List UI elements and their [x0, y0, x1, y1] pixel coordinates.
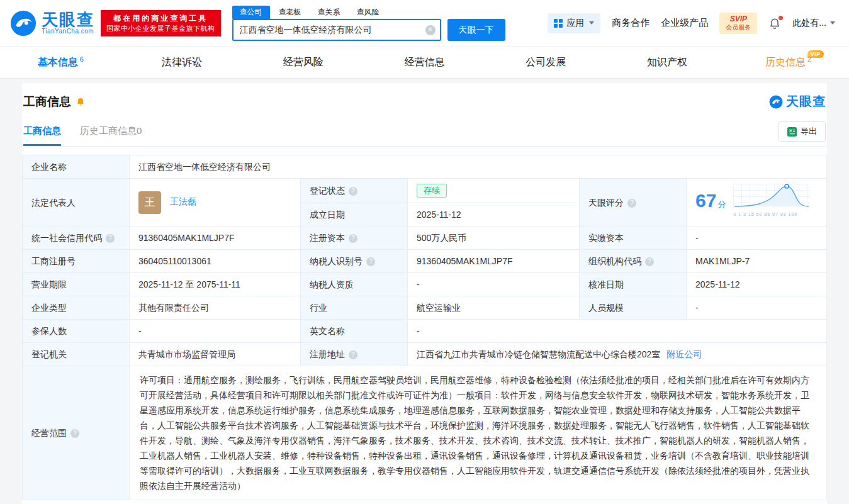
legal-rep-avatar[interactable]: 王 [138, 191, 161, 214]
reg-authority-label: 登记机关 [23, 343, 130, 366]
tab-operation-risk[interactable]: 经营风险 [242, 47, 364, 78]
table-row: 经营范围? 许可项目：通用航空服务，测绘服务，飞行训练，民用航空器驾驶员培训，民… [23, 366, 827, 500]
subtab-history-business-info[interactable]: 历史工商信息0 [80, 125, 142, 146]
help-icon[interactable]: ? [627, 199, 636, 208]
apps-label: 应用 [566, 18, 584, 29]
reg-number-label: 工商注册号 [23, 250, 130, 273]
business-scope-label: 经营范围? [23, 366, 130, 500]
tab-count-badge: 2 [807, 55, 811, 63]
reg-status-label: 登记状态? [301, 179, 408, 203]
search-input[interactable] [232, 19, 441, 41]
user-account-menu[interactable]: 此处有... [792, 18, 835, 29]
credit-code-value: 91360405MAK1MLJP7F [130, 227, 301, 250]
apps-menu-button[interactable]: 应用 [548, 13, 600, 33]
tianyancha-logo-icon [10, 10, 37, 36]
help-icon[interactable]: ? [645, 257, 654, 266]
industry-label: 行业 [301, 296, 408, 320]
tab-count-badge: 6 [80, 55, 84, 63]
help-icon[interactable]: ? [349, 234, 357, 243]
insured-count-value: - [130, 320, 301, 343]
tab-intellectual-property[interactable]: 知识产权 [607, 47, 728, 78]
table-row: 统一社会信用代码? 91360405MAK1MLJP7F 注册资本? 500万人… [23, 227, 827, 250]
apps-grid-icon [554, 19, 563, 28]
search-block: 查公司 查老板 查关系 查风险 × 天眼一下 [232, 5, 505, 41]
org-code-label: 组织机构代码? [580, 250, 687, 273]
logo-subtitle: TianYanCha.com [42, 28, 94, 35]
help-icon[interactable]: ? [349, 350, 357, 359]
company-section-nav: 基本信息6 法律诉讼 经营风险 经营信息 公司发展 知识产权 VIP 历史信息2 [0, 47, 849, 79]
table-row: 登记机关 共青城市市场监督管理局 注册地址? 江西省九江市共青城市冷链仓储智慧物… [23, 343, 827, 366]
table-row: 法定代表人 王 王法磊 登记状态? 存续 天眼评分? 67分 [23, 179, 827, 203]
english-name-label: 英文名称 [301, 320, 408, 343]
help-icon[interactable]: ? [70, 429, 79, 438]
help-icon[interactable]: ? [366, 257, 375, 266]
tab-operation-info[interactable]: 经营信息 [364, 47, 485, 78]
approval-date-value: 2025-11-12 [687, 273, 827, 296]
main-content: 工商信息 天眼查 工商信息 历史工商信息0 导出 [0, 79, 849, 504]
table-row: 企业类型 其他有限责任公司 行业 航空运输业 人员规模 - [23, 296, 827, 320]
credit-code-label: 统一社会信用代码? [23, 227, 130, 250]
establish-date-value: 2025-11-12 [408, 203, 580, 227]
business-info-table: 企业名称 江西省空地一体低空经济有限公司 法定代表人 王 王法磊 登记状态? 存… [22, 155, 827, 500]
taxpayer-id-value: 91360405MAK1MLJP7F [408, 250, 580, 273]
help-icon[interactable]: ? [106, 234, 115, 243]
score-curve-chart: 0 1 3 15 50 85 97 99 100 [733, 184, 810, 221]
promo-badge: 都在用的商业查询工具 国家中小企业发展子基金旗下机构 [101, 10, 221, 36]
paid-capital-value: - [687, 227, 827, 250]
legal-rep-value: 王 王法磊 [130, 179, 301, 227]
table-row: 营业期限 2025-11-12 至 2075-11-11 纳税人资质 - 核准日… [23, 273, 827, 296]
header-menu: 应用 商务合作 企业级产品 SVIP 会员服务 此处有... [548, 13, 835, 34]
search-button[interactable]: 天眼一下 [447, 19, 505, 41]
company-name-label: 企业名称 [23, 155, 130, 179]
reg-authority-value: 共青城市市场监督管理局 [130, 343, 301, 366]
reg-number-value: 360405110013061 [130, 250, 301, 273]
reg-address-label: 注册地址? [301, 343, 408, 366]
excel-icon [787, 127, 797, 137]
notification-bell-button[interactable] [768, 17, 781, 30]
company-type-value: 其他有限责任公司 [130, 296, 301, 320]
search-tab-company[interactable]: 查公司 [232, 6, 270, 19]
notice-bell-icon[interactable] [76, 97, 86, 107]
table-row: 企业名称 江西省空地一体低空经济有限公司 [23, 155, 827, 179]
taxpayer-qualification-value: - [408, 273, 580, 296]
enterprise-product-link[interactable]: 企业级产品 [661, 17, 708, 29]
reg-status-value: 存续 [408, 179, 580, 203]
business-cooperation-link[interactable]: 商务合作 [612, 17, 649, 29]
business-term-label: 营业期限 [23, 273, 130, 296]
company-name-value: 江西省空地一体低空经济有限公司 [130, 155, 827, 179]
reg-capital-value: 500万人民币 [408, 227, 580, 250]
chevron-down-icon [589, 21, 594, 25]
search-tab-relation[interactable]: 查关系 [310, 6, 348, 19]
search-tab-risk[interactable]: 查风险 [349, 6, 387, 19]
tab-history-info[interactable]: VIP 历史信息2 [728, 47, 849, 78]
tab-legal-litigation[interactable]: 法律诉讼 [121, 47, 243, 78]
subtab-business-info[interactable]: 工商信息 [23, 125, 61, 146]
paid-capital-label: 实缴资本 [580, 227, 687, 250]
tianyancha-logo[interactable]: 天眼查 TianYanCha.com [10, 10, 94, 36]
export-button[interactable]: 导出 [779, 121, 826, 142]
nearby-companies-link[interactable]: 附近公司 [666, 349, 702, 359]
staff-size-value: - [687, 296, 827, 320]
score-axis-labels: 0 1 3 15 50 85 97 99 100 [733, 208, 810, 221]
reg-capital-label: 注册资本? [301, 227, 408, 250]
section-title: 工商信息 [23, 94, 71, 110]
help-icon[interactable]: ? [349, 187, 357, 196]
english-name-value: - [408, 320, 827, 343]
search-tab-boss[interactable]: 查老板 [271, 6, 309, 19]
legal-rep-link[interactable]: 王法磊 [170, 196, 196, 206]
business-info-card: 工商信息 天眼查 工商信息 历史工商信息0 导出 [22, 83, 827, 504]
tab-basic-info[interactable]: 基本信息6 [0, 47, 121, 78]
tab-company-development[interactable]: 公司发展 [485, 47, 607, 78]
status-badge: 存续 [417, 184, 447, 198]
insured-count-label: 参保人数 [23, 320, 130, 343]
score-value: 67分 0 1 3 15 50 85 97 99 100 [687, 179, 827, 227]
top-header: 天眼查 TianYanCha.com 都在用的商业查询工具 国家中小企业发展子基… [0, 0, 849, 47]
org-code-value: MAK1MLJP-7 [687, 250, 827, 273]
svip-member-badge[interactable]: SVIP 会员服务 [719, 13, 757, 34]
tianyancha-watermark-icon [769, 95, 783, 109]
chevron-down-icon [830, 21, 835, 25]
logo-title: 天眼查 [42, 11, 94, 28]
company-type-label: 企业类型 [23, 296, 130, 320]
legal-rep-label: 法定代表人 [23, 179, 130, 227]
clear-search-icon[interactable]: × [425, 25, 436, 35]
